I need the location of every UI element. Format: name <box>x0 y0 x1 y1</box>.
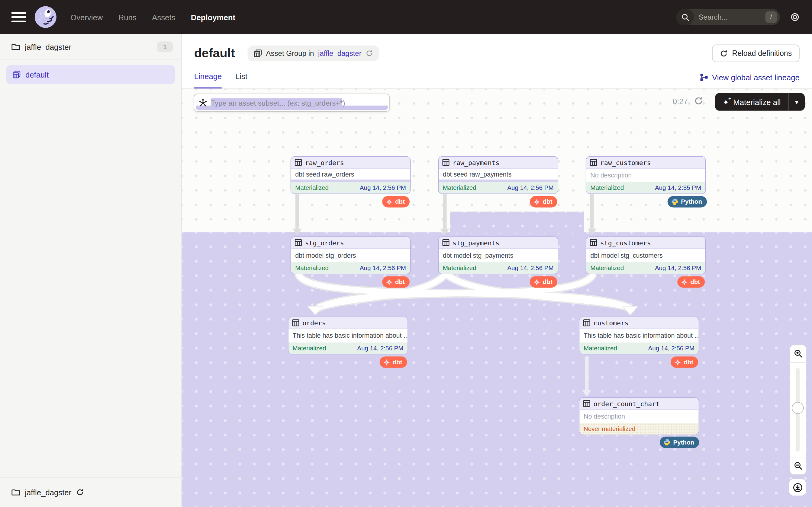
asset-node-stg-payments[interactable]: stg_payments dbt model stg_payments Mate… <box>438 236 558 274</box>
asset-node-order-count-chart[interactable]: order_count_chart No description Never m… <box>579 397 699 435</box>
dbt-kind-badge[interactable]: dbt <box>671 356 698 368</box>
asset-group-link[interactable]: jaffle_dagster <box>318 49 362 57</box>
zoom-out-button[interactable] <box>790 457 806 474</box>
sidebar-item-jaffle-dagster[interactable]: jaffle_dagster 1 <box>0 34 181 59</box>
asset-node-stg-orders[interactable]: stg_orders dbt model stg_orders Material… <box>291 236 411 274</box>
page-title: default <box>194 46 235 61</box>
table-icon <box>292 319 299 327</box>
page-header: default Asset Group in jaffle_dagster <box>182 34 812 89</box>
dbt-kind-badge[interactable]: dbt <box>677 276 704 288</box>
asset-group-breadcrumb: Asset Group in jaffle_dagster <box>247 46 379 61</box>
asset-subset-placeholder: Type an asset subset... (ex: stg_orders+… <box>211 99 345 107</box>
asset-node-raw-orders[interactable]: raw_orders dbt seed raw_orders Materiali… <box>291 156 411 194</box>
table-icon <box>295 239 302 246</box>
table-icon <box>590 239 597 246</box>
dbt-icon <box>534 279 540 285</box>
search-shortcut-badge: / <box>765 11 777 23</box>
dbt-icon <box>383 359 390 365</box>
dbt-kind-badge[interactable]: dbt <box>380 356 407 368</box>
nav-runs[interactable]: Runs <box>118 13 137 21</box>
dbt-icon <box>681 279 688 285</box>
dbt-kind-badge[interactable]: dbt <box>530 276 557 288</box>
lineage-graph-icon <box>700 73 708 81</box>
download-graph-button[interactable] <box>789 478 806 496</box>
folder-icon <box>11 43 20 50</box>
reload-icon[interactable] <box>76 488 84 496</box>
folder-icon <box>11 488 20 496</box>
sidebar: jaffle_dagster 1 default jaffle_dagster <box>0 34 182 507</box>
dbt-icon <box>386 198 392 205</box>
reload-icon <box>720 50 727 57</box>
dbt-kind-badge[interactable]: dbt <box>382 276 409 288</box>
reload-definitions-button[interactable]: Reload definitions <box>712 44 800 62</box>
dagster-logo[interactable] <box>34 6 57 29</box>
table-icon <box>295 159 302 166</box>
asset-node-customers[interactable]: customers This table has basic informati… <box>579 317 699 354</box>
zoom-slider[interactable] <box>790 363 806 457</box>
refresh-icon[interactable] <box>365 50 373 57</box>
menu-icon[interactable] <box>11 12 26 22</box>
sidebar-project-label: jaffle_dagster <box>25 42 71 51</box>
sidebar-group-label: default <box>26 70 49 79</box>
footer-project-label: jaffle_dagster <box>25 488 71 497</box>
search-placeholder: Search... <box>699 13 765 21</box>
materialize-all-button[interactable]: ✦ Materialize all <box>715 93 805 111</box>
python-kind-badge[interactable]: Python <box>668 196 707 208</box>
partition-strip <box>439 180 558 182</box>
search-icon <box>676 9 694 25</box>
settings-gear-icon[interactable] <box>789 11 801 23</box>
asset-node-raw-payments[interactable]: raw_payments dbt seed raw_payments Mater… <box>438 156 558 194</box>
zoom-slider-handle[interactable] <box>792 402 804 414</box>
op-selector-icon <box>199 99 207 107</box>
lineage-graph-canvas[interactable]: Type an asset subset... (ex: stg_orders+… <box>182 89 812 507</box>
table-icon <box>590 159 597 166</box>
table-icon <box>583 400 590 407</box>
asset-group-icon <box>12 70 20 78</box>
zoom-in-button[interactable] <box>790 345 806 362</box>
lineage-edges <box>182 89 812 502</box>
python-kind-badge[interactable]: Python <box>660 437 699 448</box>
tab-list[interactable]: List <box>235 72 247 89</box>
nav-assets[interactable]: Assets <box>152 13 175 21</box>
refresh-countdown: 0:27 <box>673 97 688 106</box>
dbt-icon <box>674 359 681 365</box>
dbt-icon <box>534 198 540 205</box>
partition-strip <box>291 180 410 182</box>
sidebar-item-default-group[interactable]: default <box>6 65 175 84</box>
asset-node-raw-customers[interactable]: raw_customers No description Materialize… <box>586 156 706 194</box>
table-icon <box>583 319 590 327</box>
tab-lineage[interactable]: Lineage <box>194 72 222 89</box>
dagster-app: Overview Runs Assets Deployment Search..… <box>0 0 812 507</box>
dbt-icon <box>386 279 392 285</box>
sidebar-footer-code-location[interactable]: jaffle_dagster <box>0 477 181 507</box>
asset-node-stg-customers[interactable]: stg_customers dbt model stg_customers Ma… <box>586 236 706 274</box>
asset-subset-input[interactable]: Type an asset subset... (ex: stg_orders+… <box>194 94 390 112</box>
dbt-kind-badge[interactable]: dbt <box>530 196 557 208</box>
top-nav: Overview Runs Assets Deployment <box>70 13 235 21</box>
sidebar-project-count-badge: 1 <box>157 41 173 52</box>
asset-group-icon <box>253 49 262 57</box>
nav-deployment[interactable]: Deployment <box>191 13 235 21</box>
view-global-asset-lineage-link[interactable]: View global asset lineage <box>700 73 800 89</box>
table-icon <box>442 239 450 246</box>
zoom-controls <box>790 345 806 475</box>
graph-refresh-icon[interactable] <box>694 96 703 108</box>
asset-node-orders[interactable]: orders This table has basic information … <box>288 317 408 354</box>
python-icon <box>671 198 678 206</box>
materialize-dropdown-caret[interactable] <box>788 93 805 111</box>
search-input[interactable]: Search... / <box>676 9 780 25</box>
sparkle-icon: ✦ <box>723 98 729 106</box>
dbt-kind-badge[interactable]: dbt <box>382 196 409 208</box>
asset-group-prefix: Asset Group in <box>266 49 314 57</box>
python-icon <box>663 439 671 446</box>
nav-overview[interactable]: Overview <box>70 13 103 21</box>
topbar: Overview Runs Assets Deployment Search..… <box>0 0 812 34</box>
table-icon <box>442 159 450 166</box>
